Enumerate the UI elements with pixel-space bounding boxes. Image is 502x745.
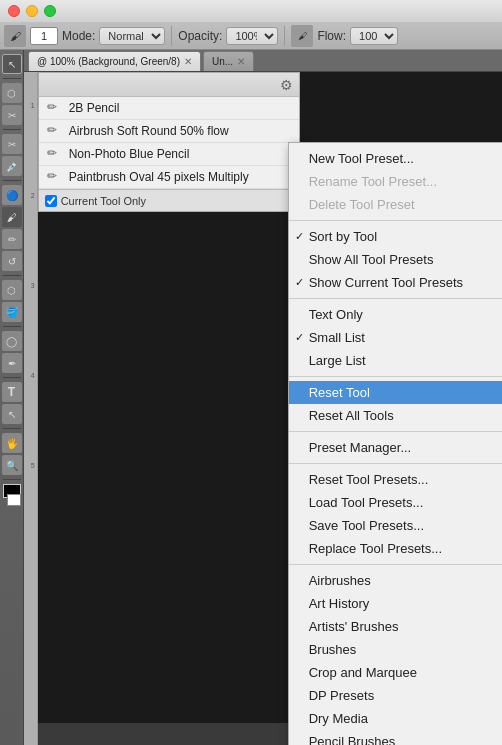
ruler-mark-4: 4 [24, 372, 37, 379]
mode-select[interactable]: Normal [99, 27, 165, 45]
menu-item-new-preset[interactable]: New Tool Preset... [289, 147, 502, 170]
pen-tool[interactable]: ✒ [2, 353, 22, 373]
move-tool[interactable]: ↖ [2, 54, 22, 74]
menu-item-preset-manager[interactable]: Preset Manager... [289, 436, 502, 459]
tab-close-icon-2[interactable]: ✕ [237, 56, 245, 67]
preset-item[interactable]: ✏2B Pencil [39, 97, 299, 120]
eraser-tool[interactable]: ⬡ [2, 280, 22, 300]
history-brush-tool[interactable]: ↺ [2, 251, 22, 271]
menu-item-brushes[interactable]: Brushes [289, 638, 502, 661]
airbrush-icon[interactable]: 🖌 [291, 25, 313, 47]
menu-separator [289, 376, 502, 377]
menu-separator [289, 298, 502, 299]
menu-item-dry-media[interactable]: Dry Media [289, 707, 502, 730]
menu-label-delete-preset: Delete Tool Preset [309, 197, 415, 212]
menu-item-artists-brushes[interactable]: Artists' Brushes [289, 615, 502, 638]
window-controls[interactable] [8, 5, 56, 17]
preset-item[interactable]: ✏Non-Photo Blue Pencil [39, 143, 299, 166]
menu-label-pencil-brushes: Pencil Brushes [309, 734, 396, 745]
mode-label: Mode: [62, 29, 95, 43]
close-button[interactable] [8, 5, 20, 17]
tab-background[interactable]: @ 100% (Background, Green/8) ✕ [28, 51, 201, 71]
menu-item-show-current[interactable]: Show Current Tool Presets [289, 271, 502, 294]
current-tool-only-checkbox[interactable] [45, 195, 57, 207]
menu-separator [289, 463, 502, 464]
preset-item-icon: ✏ [47, 100, 63, 116]
menu-item-small-list[interactable]: Small List [289, 326, 502, 349]
tool-separator-1 [3, 78, 21, 79]
tool-separator-7 [3, 428, 21, 429]
zoom-tool[interactable]: 🔍 [2, 455, 22, 475]
menu-label-small-list: Small List [309, 330, 365, 345]
dodge-tool[interactable]: ◯ [2, 331, 22, 351]
brush-size-input[interactable] [30, 27, 58, 45]
menu-label-sort-by-tool: Sort by Tool [309, 229, 377, 244]
brush-tool-icon[interactable]: 🖌 [4, 25, 26, 47]
brush-tool[interactable]: 🖌 [2, 207, 22, 227]
preset-item[interactable]: ✏Paintbrush Oval 45 pixels Multiply [39, 166, 299, 189]
preset-item-icon: ✏ [47, 123, 63, 139]
menu-item-reset-all-tools[interactable]: Reset All Tools [289, 404, 502, 427]
main-area: ↖ ⬡ ✂ ✂ 💉 🔵 🖌 ✏ ↺ ⬡ 🪣 ◯ ✒ T ↖ 🖐 🔍 @ 100%… [0, 50, 502, 745]
menu-item-show-all[interactable]: Show All Tool Presets [289, 248, 502, 271]
preset-item-icon: ✏ [47, 169, 63, 185]
canvas-area: ⚙ ✏2B Pencil✏Airbrush Soft Round 50% flo… [38, 72, 502, 723]
menu-item-reset-tool-presets[interactable]: Reset Tool Presets... [289, 468, 502, 491]
menu-item-art-history[interactable]: Art History [289, 592, 502, 615]
preset-panel: ⚙ ✏2B Pencil✏Airbrush Soft Round 50% flo… [38, 72, 300, 212]
ruler-vertical: 1 2 3 4 5 [24, 72, 38, 745]
menu-item-large-list[interactable]: Large List [289, 349, 502, 372]
minimize-button[interactable] [26, 5, 38, 17]
preset-item-label: 2B Pencil [69, 101, 120, 115]
magic-wand-tool[interactable]: ✂ [2, 105, 22, 125]
clone-stamp-tool[interactable]: ✏ [2, 229, 22, 249]
preset-list: ✏2B Pencil✏Airbrush Soft Round 50% flow✏… [39, 97, 299, 189]
background-color[interactable] [7, 494, 21, 506]
ruler-mark-3: 3 [24, 282, 37, 289]
menu-label-art-history: Art History [309, 596, 370, 611]
menu-item-pencil-brushes[interactable]: Pencil Brushes [289, 730, 502, 745]
menu-label-preset-manager: Preset Manager... [309, 440, 412, 455]
menu-item-text-only[interactable]: Text Only [289, 303, 502, 326]
menu-item-load-tool-presets[interactable]: Load Tool Presets... [289, 491, 502, 514]
tab-label: @ 100% (Background, Green/8) [37, 56, 180, 67]
menu-label-load-tool-presets: Load Tool Presets... [309, 495, 424, 510]
toolbar-separator-2 [284, 26, 285, 46]
crop-tool[interactable]: ✂ [2, 134, 22, 154]
eyedropper-tool[interactable]: 💉 [2, 156, 22, 176]
type-tool[interactable]: T [2, 382, 22, 402]
tool-separator-6 [3, 377, 21, 378]
menu-label-save-tool-presets: Save Tool Presets... [309, 518, 424, 533]
menu-item-dp-presets[interactable]: DP Presets [289, 684, 502, 707]
flow-select[interactable]: 100 [350, 27, 398, 45]
hand-tool[interactable]: 🖐 [2, 433, 22, 453]
menu-item-reset-tool[interactable]: Reset Tool [289, 381, 502, 404]
menu-item-replace-tool-presets[interactable]: Replace Tool Presets... [289, 537, 502, 560]
maximize-button[interactable] [44, 5, 56, 17]
menu-separator [289, 564, 502, 565]
preset-item[interactable]: ✏Airbrush Soft Round 50% flow [39, 120, 299, 143]
menu-item-airbrushes[interactable]: Airbrushes [289, 569, 502, 592]
preset-options-button[interactable]: ⚙ [280, 77, 293, 93]
tab-close-icon[interactable]: ✕ [184, 56, 192, 67]
toolbar: 🖌 Mode: Normal Opacity: 100% 🖌 Flow: 100 [0, 22, 502, 50]
menu-item-sort-by-tool[interactable]: Sort by Tool [289, 225, 502, 248]
lasso-tool[interactable]: ⬡ [2, 83, 22, 103]
menu-separator [289, 431, 502, 432]
menu-label-large-list: Large List [309, 353, 366, 368]
menu-item-save-tool-presets[interactable]: Save Tool Presets... [289, 514, 502, 537]
menu-label-airbrushes: Airbrushes [309, 573, 371, 588]
toolbar-separator-1 [171, 26, 172, 46]
menu-label-brushes: Brushes [309, 642, 357, 657]
paint-bucket-tool[interactable]: 🪣 [2, 302, 22, 322]
tab-untitled[interactable]: Un... ✕ [203, 51, 254, 71]
tabs-bar: @ 100% (Background, Green/8) ✕ Un... ✕ [24, 50, 502, 72]
path-selection-tool[interactable]: ↖ [2, 404, 22, 424]
ruler-mark-5: 5 [24, 462, 37, 469]
opacity-select[interactable]: 100% [226, 27, 278, 45]
ruler-mark-1: 1 [24, 102, 37, 109]
preset-item-icon: ✏ [47, 146, 63, 162]
tool-separator-5 [3, 326, 21, 327]
menu-item-crop-marquee[interactable]: Crop and Marquee [289, 661, 502, 684]
healing-brush-tool[interactable]: 🔵 [2, 185, 22, 205]
